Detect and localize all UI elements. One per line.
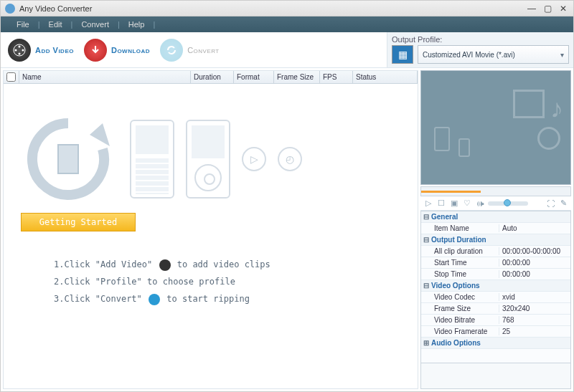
menu-edit[interactable]: Edit	[40, 20, 71, 29]
properties-footer	[420, 363, 571, 389]
convert-button[interactable]: Convert	[160, 39, 220, 62]
film-reel-icon	[8, 39, 31, 62]
section-audio-options[interactable]: ⊞Audio Options	[421, 338, 570, 349]
step-1: 1.Click "Add Video" to add video clips	[54, 256, 270, 273]
getting-started-button[interactable]: Getting Started	[21, 213, 136, 231]
prop-start-time[interactable]: Start Time00:00:00	[421, 257, 570, 269]
output-profile-icon[interactable]: ▦	[392, 45, 413, 64]
download-label: Download	[111, 46, 150, 54]
collapse-icon[interactable]: ⊟	[421, 282, 431, 290]
disc-ghost-icon	[537, 127, 560, 150]
table-header: Name Duration Format Frame Size FPS Stat…	[4, 71, 418, 84]
convert-icon	[160, 39, 183, 62]
filmstrip-ghost-icon	[513, 90, 545, 118]
convert-label: Convert	[187, 46, 220, 54]
volume-slider[interactable]	[488, 201, 528, 206]
empty-state-illustration: ▷ ◴	[18, 105, 403, 213]
volume-icon[interactable]: 🕪	[475, 199, 485, 209]
prop-frame-size[interactable]: Frame Size320x240	[421, 303, 570, 315]
prop-video-codec[interactable]: Video Codecxvid	[421, 292, 570, 303]
heart-icon[interactable]: ♡	[462, 199, 472, 209]
ipod-ghost-icon	[458, 138, 470, 157]
step-2: 2.Click "Profile" to choose profile	[54, 273, 270, 290]
svg-point-4	[15, 49, 17, 51]
menu-convert[interactable]: Convert	[72, 20, 118, 29]
prop-all-clip-duration[interactable]: All clip duration00:00:00-00:00:00	[421, 246, 570, 257]
column-name[interactable]: Name	[19, 71, 191, 83]
maximize-button[interactable]: ▢	[542, 4, 553, 14]
phone-device-icon	[130, 120, 174, 199]
expand-icon[interactable]: ⊞	[421, 339, 431, 347]
svg-point-3	[19, 52, 21, 54]
step-3: 3.Click "Convert" to start ripping	[54, 290, 270, 307]
title-bar: Any Video Converter — ▢ ✕	[1, 1, 573, 16]
empty-state: ▷ ◴ Getting Started 1.Click "Add Video" …	[4, 84, 418, 388]
output-profile-value: Customized AVI Movie (*.avi)	[423, 51, 515, 59]
player-controls: ▷ ☐ ▣ ♡ 🕪 ⛶ ✎	[420, 196, 571, 211]
prop-video-bitrate[interactable]: Video Bitrate768	[421, 315, 570, 326]
convert-inline-icon	[149, 294, 160, 305]
prop-stop-time[interactable]: Stop Time00:00:00	[421, 269, 570, 280]
column-frame-size[interactable]: Frame Size	[274, 71, 320, 83]
menu-help[interactable]: Help	[120, 20, 154, 29]
toolbar: Add Video Download Convert Output Profil…	[1, 32, 573, 68]
output-profile-dropdown[interactable]: Customized AVI Movie (*.avi) ▾	[418, 45, 569, 64]
column-checkbox[interactable]	[4, 71, 19, 83]
column-status[interactable]: Status	[353, 71, 418, 83]
output-profile-label: Output Profile:	[392, 35, 569, 44]
collapse-icon[interactable]: ⊟	[421, 236, 431, 244]
app-logo-icon	[5, 4, 15, 14]
gauge-circle-icon: ◴	[278, 147, 302, 171]
section-output-duration[interactable]: ⊟Output Duration	[421, 234, 570, 246]
play-button-icon[interactable]: ▷	[423, 199, 433, 209]
stop-button-icon[interactable]: ☐	[436, 199, 446, 209]
play-circle-icon: ▷	[242, 147, 266, 171]
refresh-arrow-icon	[18, 109, 118, 209]
close-button[interactable]: ✕	[557, 4, 569, 14]
seek-bar[interactable]	[420, 186, 571, 196]
window-title: Any Video Converter	[19, 4, 522, 13]
prop-item-name[interactable]: Item NameAuto	[421, 223, 570, 234]
column-fps[interactable]: FPS	[320, 71, 353, 83]
download-icon	[84, 39, 107, 62]
minimize-button[interactable]: —	[526, 4, 537, 14]
section-video-options[interactable]: ⊟Video Options	[421, 280, 570, 292]
properties-panel: ⊟General Item NameAuto ⊟Output Duration …	[420, 211, 571, 363]
select-all-checkbox[interactable]	[6, 72, 16, 82]
fullscreen-icon[interactable]: ⛶	[545, 199, 555, 209]
getting-started-steps: 1.Click "Add Video" to add video clips 2…	[54, 256, 270, 307]
output-profile-panel: Output Profile: ▦ Customized AVI Movie (…	[387, 32, 573, 67]
add-video-label: Add Video	[35, 46, 74, 54]
section-general[interactable]: ⊟General	[421, 211, 570, 223]
chevron-down-icon: ▾	[560, 51, 564, 59]
download-button[interactable]: Download	[84, 39, 150, 62]
menu-file[interactable]: File	[8, 20, 38, 29]
snapshot-icon[interactable]: ▣	[449, 199, 459, 209]
column-format[interactable]: Format	[234, 71, 274, 83]
svg-point-2	[22, 49, 24, 51]
film-inline-icon	[159, 259, 171, 271]
svg-rect-5	[58, 145, 78, 173]
collapse-icon[interactable]: ⊟	[421, 213, 431, 221]
prop-video-framerate[interactable]: Video Framerate25	[421, 326, 570, 338]
menu-bar: File| Edit| Convert| Help|	[1, 16, 573, 32]
file-list-pane: Name Duration Format Frame Size FPS Stat…	[3, 70, 418, 389]
phone-ghost-icon	[434, 127, 450, 151]
preview-area: ♪	[420, 70, 571, 185]
add-video-button[interactable]: Add Video	[8, 39, 74, 62]
settings-icon[interactable]: ✎	[558, 199, 568, 209]
music-note-ghost-icon: ♪	[550, 94, 563, 124]
right-pane: ♪ ▷ ☐ ▣ ♡ 🕪 ⛶ ✎ ⊟General Item NameAuto ⊟…	[420, 70, 571, 389]
svg-point-1	[19, 45, 21, 47]
ipod-device-icon	[186, 120, 230, 199]
column-duration[interactable]: Duration	[191, 71, 234, 83]
